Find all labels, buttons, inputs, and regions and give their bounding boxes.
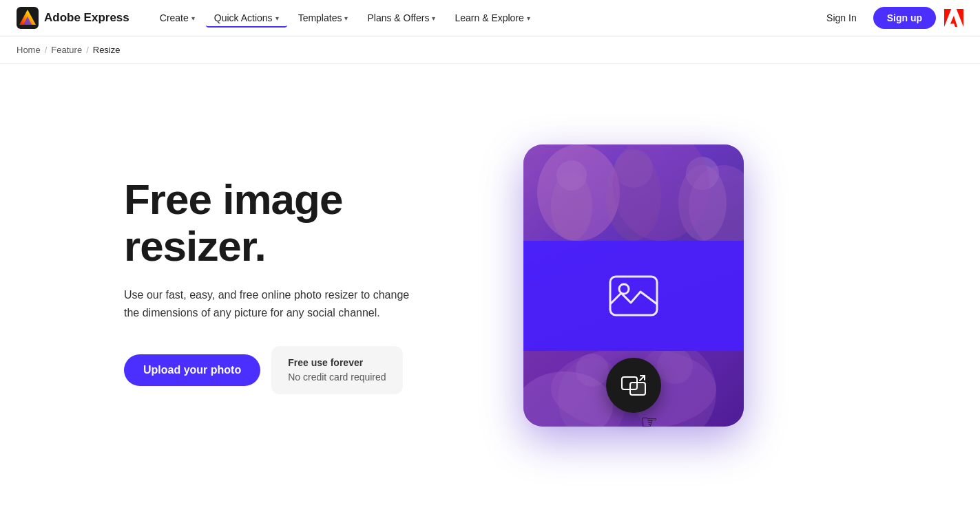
nav-templates[interactable]: Templates ▾ [290, 8, 357, 28]
nav-create[interactable]: Create ▾ [152, 8, 203, 28]
svg-point-8 [686, 157, 719, 190]
adobe-logo-icon [944, 8, 963, 28]
breadcrumb-home[interactable]: Home [17, 45, 41, 55]
image-placeholder-icon [609, 275, 658, 316]
brand-logo[interactable]: Adobe Express [17, 7, 129, 29]
breadcrumb-sep-2: / [86, 45, 89, 55]
svg-rect-9 [523, 144, 744, 241]
nav-learn-explore[interactable]: Learn & Explore ▾ [446, 8, 538, 28]
resize-fab[interactable] [606, 358, 661, 413]
svg-point-3 [551, 172, 592, 241]
hero-title: Free image resizer. [124, 176, 468, 270]
free-badge: Free use forever No credit card required [271, 346, 402, 394]
upload-photo-button[interactable]: Upload your photo [124, 354, 260, 386]
brand-name: Adobe Express [44, 11, 129, 25]
svg-point-5 [678, 165, 727, 241]
sign-up-button[interactable]: Sign up [873, 7, 936, 29]
hero-description: Use our fast, easy, and free online phot… [124, 286, 427, 321]
center-panel [523, 241, 744, 351]
resize-icon [620, 372, 647, 399]
breadcrumb: Home / Feature / Resize [0, 36, 980, 64]
breadcrumb-sep-1: / [45, 45, 48, 55]
free-badge-line2: No credit card required [288, 370, 386, 385]
nav-quick-actions[interactable]: Quick Actions ▾ [206, 8, 287, 28]
chevron-down-icon: ▾ [344, 14, 348, 22]
sign-in-button[interactable]: Sign In [818, 8, 865, 28]
svg-point-6 [556, 160, 587, 191]
breadcrumb-current: Resize [93, 45, 121, 55]
chevron-down-icon: ▾ [432, 14, 435, 22]
svg-point-15 [657, 351, 693, 384]
photo-strip-top [523, 144, 744, 241]
main-content: Free image resizer. Use our fast, easy, … [0, 64, 980, 505]
chevron-down-icon: ▾ [527, 14, 530, 22]
breadcrumb-feature[interactable]: Feature [51, 45, 82, 55]
hero-illustration: ☞ [510, 131, 758, 440]
nav-links: Create ▾ Quick Actions ▾ Templates ▾ Pla… [152, 8, 818, 28]
hero-section: Free image resizer. Use our fast, easy, … [124, 176, 468, 395]
chevron-down-icon: ▾ [191, 14, 195, 22]
svg-point-4 [606, 151, 661, 241]
nav-plans-offers[interactable]: Plans & Offers ▾ [359, 8, 444, 28]
cursor-hand-icon: ☞ [640, 411, 658, 433]
chevron-down-icon: ▾ [275, 14, 279, 22]
nav-actions: Sign In Sign up [818, 7, 963, 29]
adobe-express-icon [17, 7, 39, 29]
svg-point-14 [576, 354, 609, 387]
free-badge-line1: Free use forever [288, 356, 386, 370]
svg-point-7 [614, 149, 653, 188]
cta-row: Upload your photo Free use forever No cr… [124, 346, 468, 394]
svg-rect-18 [630, 383, 645, 395]
photo-top-svg [523, 144, 744, 241]
navbar: Adobe Express Create ▾ Quick Actions ▾ T… [0, 0, 980, 36]
